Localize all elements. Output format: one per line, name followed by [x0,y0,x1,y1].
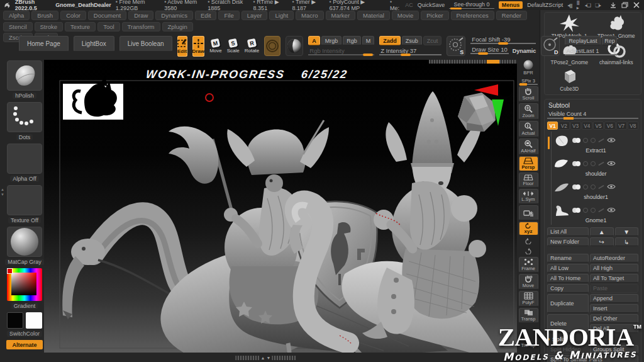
normalmap-toggle-icon[interactable] [598,208,604,212]
displacement-toggle-icon[interactable] [591,184,596,189]
rename-button[interactable]: Rename [547,254,589,263]
axis-z-icon[interactable] [498,82,512,96]
menu-edit[interactable]: Edit [195,11,216,20]
brush-thumbnail[interactable] [7,60,42,91]
normalmap-toggle-icon[interactable] [598,138,604,142]
menu-layer[interactable]: Layer [242,11,268,20]
stroke-type-button[interactable]: S [447,36,465,56]
left-tray-divider[interactable]: ▲ ▼ [0,173,5,211]
rgb-intensity-handle[interactable] [363,54,373,56]
menu-draw[interactable]: Draw [128,11,153,20]
tool-item-polymesh[interactable]: TMPolyMesh_1 [546,14,593,39]
autoreorder-button[interactable]: AutoReorder [590,254,638,263]
sculpt-canvas[interactable]: WORK-IN-PROGRESS 6/25/22 [44,60,517,353]
tray-collapse-right-icon[interactable]: ||||▸ [577,0,580,11]
tab-v1[interactable]: V1 [547,122,558,130]
tab-v5[interactable]: V5 [593,122,604,130]
bpr-button[interactable]: BPR [519,59,538,77]
insert-button[interactable]: Insert [590,304,638,313]
lightbox-button[interactable]: LightBox [74,36,114,52]
menu-zplugin[interactable]: Zplugin [162,22,193,31]
menu-document[interactable]: Document [88,11,126,20]
menu-stencil[interactable]: Stencil [3,22,33,31]
displacement-toggle-icon[interactable] [591,138,596,143]
divider-up-icon[interactable]: ▲ [1,188,4,191]
alpha-thumbnail[interactable] [7,144,42,174]
subtool-row-extract1[interactable]: Extract1 [553,132,638,155]
menu-render[interactable]: Render [496,11,527,20]
mrgb-button[interactable]: Mrgb [321,36,342,45]
divider-down-icon[interactable]: ▼ [1,193,4,196]
edit-mode-button[interactable]: Edit [177,36,187,57]
uv-toggle-icon[interactable] [583,184,588,189]
visible-count-slider[interactable]: Visible Count 4 [547,111,638,119]
main-color-swatch[interactable] [7,312,23,329]
tool-item-cube[interactable]: Cube3D [546,67,593,92]
menu-file[interactable]: File [218,11,239,20]
move-doc-button[interactable]: Move [519,274,538,290]
tab-v3[interactable]: V3 [570,122,581,130]
move-up-button[interactable]: ▲ [590,227,614,236]
draw-size-slider[interactable]: Draw Size 10 [470,46,509,54]
material-picker-button[interactable] [286,36,303,56]
saturation-square[interactable] [11,273,36,295]
visible-count-handle[interactable] [564,117,574,120]
scroll-button[interactable]: Scroll [519,86,538,102]
transparency-button[interactable]: Transp [519,308,538,323]
dock-right-icon[interactable]: ❏▸ [595,3,601,8]
z-intensity-slider[interactable]: Z Intensity 37 [379,47,441,55]
menu-color[interactable]: Color [60,11,86,20]
secondary-color-swatch[interactable] [26,312,42,329]
replay-cut-button[interactable]: Rep [602,36,617,45]
polypaint-icon[interactable] [572,208,580,213]
a-toggle-button[interactable]: A [308,36,320,45]
replay-last-button[interactable]: ReplayLast [565,36,601,45]
menu-transform[interactable]: Transform [122,22,160,31]
dynamic-mode-button[interactable]: D [541,36,560,56]
spix-handle[interactable] [519,83,527,86]
zcut-button[interactable]: Zcut [423,36,442,45]
all-high-button[interactable]: All High [590,264,638,273]
visibility-eye-icon[interactable] [607,137,616,143]
polyframe-button[interactable]: PolyF [519,291,538,307]
new-folder-button[interactable]: New Folder [547,237,589,246]
tab-v6[interactable]: V6 [604,122,615,130]
visibility-eye-icon[interactable] [607,161,616,166]
persp-button[interactable]: Persp [519,156,538,171]
draw-size-handle[interactable] [478,52,488,55]
rotate-cw-button[interactable] [519,247,538,256]
see-through-slider[interactable]: See-through 0 [449,1,494,9]
restore-window-icon[interactable] [621,1,629,9]
menu-stroke[interactable]: Stroke [35,22,63,31]
menu-preferences[interactable]: Preferences [451,11,494,20]
brush-picker-button[interactable] [264,36,280,56]
menu-alpha[interactable]: Alpha [3,11,30,20]
zoom-button[interactable]: Zoom [519,103,538,120]
tool-item-tpose1[interactable]: TPose1_Gnome [593,14,640,39]
subtool-row-shoulder[interactable]: shoulder [553,155,638,178]
list-all-button[interactable]: List All [547,227,589,236]
menu-brush[interactable]: Brush [31,11,58,20]
append-button[interactable]: Append [590,294,638,303]
menu-macro[interactable]: Macro [296,11,323,20]
menu-marker[interactable]: Marker [326,11,356,20]
actual-button[interactable]: Actual [519,121,538,137]
menu-texture[interactable]: Texture [65,22,96,31]
move-down-button[interactable]: ▼ [615,227,639,236]
visibility-eye-icon[interactable] [607,207,616,213]
live-boolean-button[interactable]: Live Boolean [119,36,172,52]
floor-button[interactable]: Floor [519,173,538,188]
rotate-mode-button[interactable]: R Rotate [245,36,260,57]
draw-mode-button[interactable]: Draw [192,36,205,57]
local-transform-button[interactable]: xyz [519,222,538,235]
all-to-home-button[interactable]: All To Home [547,274,589,283]
canvas-bottom-scrollbar[interactable]: ▲ ▼ [231,355,300,360]
dock-left-icon[interactable]: ◂❏ [585,3,591,8]
uv-toggle-icon[interactable] [583,208,588,213]
copy-button[interactable]: Copy [547,284,589,293]
uv-toggle-icon[interactable] [583,138,588,143]
scale-mode-button[interactable]: S Scale [227,36,240,57]
subtool-row-gnome1[interactable]: Gnome1 [553,201,638,225]
material-thumbnail[interactable] [7,227,42,257]
menu-picker[interactable]: Picker [421,11,448,20]
